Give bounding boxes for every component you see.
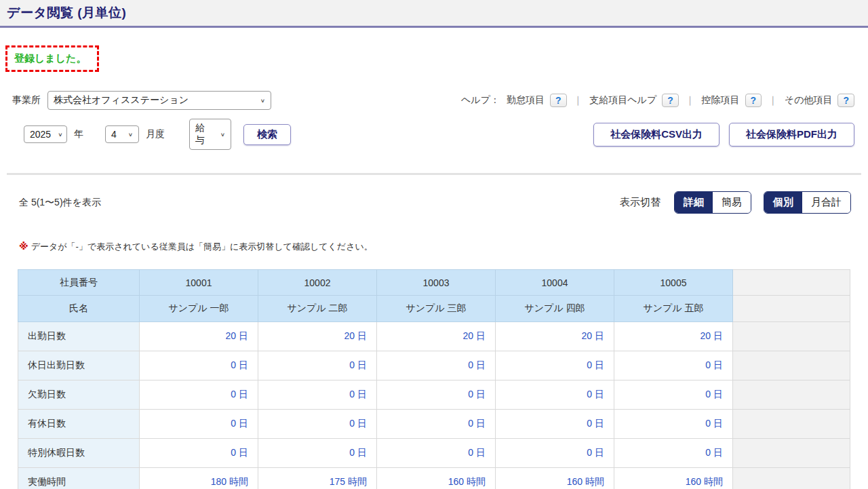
help-separator: ｜ <box>768 94 778 106</box>
row-value-cell: 20 日 <box>496 322 614 351</box>
page: データ閲覧 (月単位) 登録しました。 事業所 株式会社オフィスステーション ∨… <box>0 0 868 489</box>
row-label-cell: 実働時間 <box>18 468 140 489</box>
success-message-text: 登録しました。 <box>14 52 86 64</box>
year-select[interactable]: 2025 ∨ <box>24 125 67 143</box>
help-links: ヘルプ： 勤怠項目 ? ｜ 支給項目ヘルプ ? ｜ 控除項目 ? ｜ その他項目… <box>461 94 854 107</box>
table-row: 有休日数0 日0 日0 日0 日0 日 <box>18 410 850 439</box>
help-item-shikyu: 支給項目ヘルプ ? <box>589 94 679 107</box>
help-item-label: 控除項目 <box>702 94 740 106</box>
row-value-cell: 0 日 <box>377 410 496 439</box>
summary-row: 全 5(1〜5)件を表示 表示切替 詳細 簡易 個別 月合計 <box>19 191 851 214</box>
row-value-cell: 20 日 <box>140 322 258 351</box>
header-value-cell: 10002 <box>258 270 377 296</box>
table-header-row: 社員番号1000110002100031000410005 <box>18 270 850 296</box>
row-value-cell: 0 日 <box>258 410 377 439</box>
table-row: 出勤日数20 日20 日20 日20 日20 日 <box>18 322 850 351</box>
empty-cell <box>733 410 850 439</box>
help-question-icon[interactable]: ? <box>662 94 679 107</box>
row-value-cell: 20 日 <box>377 322 496 351</box>
empty-cell <box>733 468 850 489</box>
pay-type-select[interactable]: 給与 ∨ <box>189 119 231 150</box>
row-label-cell: 特別休暇日数 <box>18 439 140 468</box>
help-item-kojo: 控除項目 ? <box>702 94 762 107</box>
row-value-cell: 0 日 <box>496 410 614 439</box>
row-value-cell: 0 日 <box>614 439 733 468</box>
office-select-value: 株式会社オフィスステーション <box>54 94 189 106</box>
message-wrap: 登録しました。 <box>5 45 868 72</box>
empty-cell <box>733 270 850 296</box>
help-question-icon[interactable]: ? <box>550 94 567 107</box>
table-row: 実働時間180 時間175 時間160 時間160 時間160 時間 <box>18 468 850 489</box>
record-count-text: 全 5(1〜5)件を表示 <box>19 197 101 209</box>
row-label-cell: 欠勤日数 <box>18 380 140 410</box>
row-value-cell: 0 日 <box>614 351 733 380</box>
row-value-cell: 0 日 <box>496 380 614 410</box>
title-bar: データ閲覧 (月単位) <box>0 0 868 28</box>
office-label: 事業所 <box>12 94 41 106</box>
toggle-detail[interactable]: 詳細 <box>675 192 713 213</box>
note-marker: ※ <box>19 241 28 252</box>
help-item-kintai: 勤怠項目 ? <box>507 94 567 107</box>
row-value-cell: 160 時間 <box>377 468 496 489</box>
header-value-cell: サンプル 一郎 <box>140 296 258 322</box>
export-buttons: 社会保険料CSV出力 社会保険料PDF出力 <box>593 123 854 146</box>
row-value-cell: 0 日 <box>614 410 733 439</box>
social-insurance-pdf-button[interactable]: 社会保険料PDF出力 <box>729 123 854 146</box>
table-header-row: 氏名サンプル 一郎サンプル 二郎サンプル 三郎サンプル 四郎サンプル 五郎 <box>18 296 850 322</box>
social-insurance-csv-button[interactable]: 社会保険料CSV出力 <box>593 123 719 146</box>
help-separator: ｜ <box>686 94 695 106</box>
row-label-cell: 出勤日数 <box>18 322 140 351</box>
divider <box>7 173 861 175</box>
empty-cell <box>733 380 850 410</box>
month-select[interactable]: 4 ∨ <box>105 125 139 143</box>
row-value-cell: 0 日 <box>496 439 614 468</box>
row-value-cell: 0 日 <box>377 439 496 468</box>
header-value-cell: 10004 <box>496 270 614 296</box>
chevron-down-icon: ∨ <box>128 132 133 138</box>
data-table-body: 社員番号1000110002100031000410005氏名サンプル 一郎サン… <box>18 270 850 489</box>
note: ※データが「-」で表示されている従業員は「簡易」に表示切替して確認してください。 <box>19 241 868 253</box>
help-question-icon[interactable]: ? <box>837 94 854 107</box>
table-row: 欠勤日数0 日0 日0 日0 日0 日 <box>18 380 850 410</box>
toggle-monthly-total[interactable]: 月合計 <box>802 192 850 213</box>
month-suffix-label: 月度 <box>146 128 165 140</box>
row-label-cell: 有休日数 <box>18 410 140 439</box>
year-select-value: 2025 <box>30 129 51 140</box>
toggle-individual[interactable]: 個別 <box>764 192 802 213</box>
toggle-simple[interactable]: 簡易 <box>713 192 751 213</box>
help-item-label: その他項目 <box>785 94 833 106</box>
row-value-cell: 180 時間 <box>140 468 258 489</box>
controls-row-1: 事業所 株式会社オフィスステーション ∨ ヘルプ： 勤怠項目 ? ｜ 支給項目ヘ… <box>12 91 854 110</box>
row-value-cell: 0 日 <box>377 351 496 380</box>
table-row: 特別休暇日数0 日0 日0 日0 日0 日 <box>18 439 850 468</box>
table-row: 休日出勤日数0 日0 日0 日0 日0 日 <box>18 351 850 380</box>
month-select-value: 4 <box>111 129 117 140</box>
row-value-cell: 0 日 <box>258 439 377 468</box>
page-title: データ閲覧 (月単位) <box>7 4 126 22</box>
search-button[interactable]: 検索 <box>243 124 291 145</box>
row-value-cell: 20 日 <box>614 322 733 351</box>
header-label-cell: 社員番号 <box>18 270 140 296</box>
chevron-down-icon: ∨ <box>260 98 265 104</box>
controls-row-2: 2025 ∨ 年 4 ∨ 月度 給与 ∨ 検索 社会保険料CSV出力 社会保険料… <box>24 119 854 150</box>
view-toggle-label: 表示切替 <box>620 196 660 209</box>
help-item-label: 支給項目ヘルプ <box>589 94 656 106</box>
header-value-cell: 10003 <box>377 270 496 296</box>
header-label-cell: 氏名 <box>18 296 140 322</box>
empty-cell <box>733 322 850 351</box>
period-field: 2025 ∨ 年 4 ∨ 月度 給与 ∨ 検索 <box>24 119 291 150</box>
help-question-icon[interactable]: ? <box>745 94 762 107</box>
empty-cell <box>733 351 850 380</box>
row-value-cell: 0 日 <box>377 380 496 410</box>
detail-simple-toggle: 詳細 簡易 <box>674 191 751 214</box>
office-select[interactable]: 株式会社オフィスステーション ∨ <box>47 91 271 110</box>
empty-cell <box>733 439 850 468</box>
note-text: データが「-」で表示されている従業員は「簡易」に表示切替して確認してください。 <box>31 241 373 252</box>
row-value-cell: 0 日 <box>140 380 258 410</box>
header-value-cell: 10001 <box>140 270 258 296</box>
row-value-cell: 0 日 <box>140 410 258 439</box>
row-value-cell: 160 時間 <box>496 468 614 489</box>
help-item-sonota: その他項目 ? <box>785 94 854 107</box>
individual-monthly-toggle: 個別 月合計 <box>764 191 851 214</box>
row-value-cell: 0 日 <box>496 351 614 380</box>
